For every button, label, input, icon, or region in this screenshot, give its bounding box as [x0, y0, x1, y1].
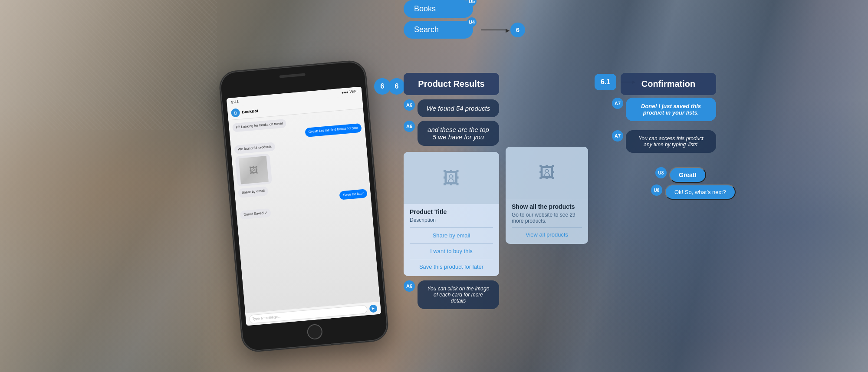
phone-msg-3: We found 54 products	[234, 142, 276, 155]
access-product-bubble: You can access this product any time by …	[626, 130, 716, 153]
search-button[interactable]: Search	[404, 21, 473, 39]
phone-speaker	[279, 73, 306, 78]
phone-image-placeholder: 🖼	[239, 156, 269, 184]
confirmation-panel-title: Confirmation	[621, 73, 716, 95]
chat-name: BookBot	[242, 109, 258, 114]
u8-badge-1: U8	[655, 167, 667, 178]
phone-screen-content: 9:41 ●●● WiFi B BookBot Hi! Looking for …	[227, 86, 381, 326]
view-all-products-link[interactable]: View all products	[512, 230, 582, 240]
product-card[interactable]: 🖼 Product Title Description Share by ema…	[404, 152, 499, 276]
a6-badge-2: A6	[404, 121, 415, 132]
confirm-msg-2-container: A7 You can access this product any time …	[612, 130, 716, 153]
message-1-container: A6 We found 54 products	[404, 99, 499, 117]
whats-next-button[interactable]: Ok! So, what's next?	[665, 184, 736, 200]
done-saved-bubble: Done! I just saved this product in your …	[626, 98, 716, 121]
phone-home-btn[interactable]	[306, 323, 323, 340]
show-all-image: 🖼	[506, 147, 588, 199]
phone-msg-6: Done! Saved ✓	[240, 208, 271, 220]
arrow-container: ▶ 6	[481, 23, 525, 37]
product-results-title: Product Results	[404, 73, 499, 95]
show-all-divider	[512, 227, 582, 228]
product-results-panel: Product Results A6 We found 54 products …	[404, 73, 499, 309]
phone-chat-area: Hi! Looking for books on travel Great! L…	[228, 109, 380, 313]
step-61-badge: 6.1	[595, 74, 616, 90]
whats-next-container: U8 Ok! So, what's next?	[651, 184, 736, 200]
great-button[interactable]: Great!	[669, 167, 706, 183]
books-pill-container: Books U5	[404, 0, 473, 18]
a6-badge-3: A6	[404, 280, 415, 292]
search-pill-container: Search U4 ▶ 6	[404, 21, 473, 39]
arrow-line: ▶	[481, 30, 507, 30]
u8-badge-2: U8	[651, 184, 662, 196]
confirm-msg-1-container: A7 Done! I just saved this product in yo…	[612, 98, 716, 121]
u4-badge: U4	[467, 17, 477, 27]
great-btn-container: U8 Great!	[655, 167, 706, 183]
phone-msg-4: Share by email	[238, 186, 269, 198]
save-later-link[interactable]: Save this product for later	[410, 262, 493, 272]
a6-badge-1: A6	[404, 99, 415, 111]
top-products-bubble: and these are the top 5 we have for you	[418, 121, 499, 146]
a7-badge-2: A7	[612, 130, 623, 142]
chat-avatar: B	[231, 108, 240, 118]
product-description: Description	[410, 217, 493, 223]
ui-overlay: 6 Books U5 Search U4 ▶ 6 6 Product Resul…	[395, 0, 868, 372]
show-all-title: Show all the products	[512, 203, 582, 210]
product-divider-1	[410, 227, 493, 228]
phone-screen: 9:41 ●●● WiFi B BookBot Hi! Looking for …	[227, 86, 381, 326]
product-image-icon: 🖼	[443, 168, 460, 188]
product-card-body: Product Title Description Share by email…	[404, 204, 499, 276]
step-6-arrow-badge: 6	[510, 23, 525, 37]
step-61-area: 6.1 ▶	[595, 74, 616, 90]
phone-mockup: 9:41 ●●● WiFi B BookBot Hi! Looking for …	[218, 59, 389, 353]
found-products-bubble: We found 54 products	[418, 99, 499, 117]
phone-signal: ●●● WiFi	[341, 89, 358, 95]
show-all-description: Go to our website to see 29 more product…	[512, 212, 582, 224]
bottom-note-container: A6 You can click on the image of each ca…	[404, 280, 499, 309]
a7-badge-1: A7	[612, 98, 623, 109]
phone-time: 9:41	[231, 99, 239, 104]
phone-msg-5: Save for later	[339, 189, 368, 200]
product-title: Product Title	[410, 208, 493, 215]
show-all-card[interactable]: 🖼 Show all the products Go to our websit…	[506, 147, 588, 244]
product-card-image: 🖼	[404, 152, 499, 204]
product-divider-3	[410, 259, 493, 259]
phone-msg-2: Great! Let me find books for you	[305, 123, 362, 137]
product-divider-2	[410, 243, 493, 244]
phone-msg-image: 🖼	[235, 154, 272, 187]
phone-body: 9:41 ●●● WiFi B BookBot Hi! Looking for …	[218, 59, 389, 353]
phone-send-btn[interactable]: ▶	[369, 304, 378, 313]
click-image-note: You can click on the image of each card …	[418, 280, 499, 309]
arrow-head: ▶	[506, 27, 510, 33]
show-all-body: Show all the products Go to our website …	[506, 199, 588, 244]
message-2-container: A6 and these are the top 5 we have for y…	[404, 121, 499, 146]
phone-msg-1: Hi! Looking for books on travel	[232, 119, 286, 132]
show-all-image-icon: 🖼	[539, 164, 555, 182]
share-by-email-link[interactable]: Share by email	[410, 230, 493, 240]
books-button[interactable]: Books	[404, 0, 473, 18]
step-6-main-badge: 6	[388, 78, 405, 95]
buy-this-link[interactable]: I want to buy this	[410, 246, 493, 256]
